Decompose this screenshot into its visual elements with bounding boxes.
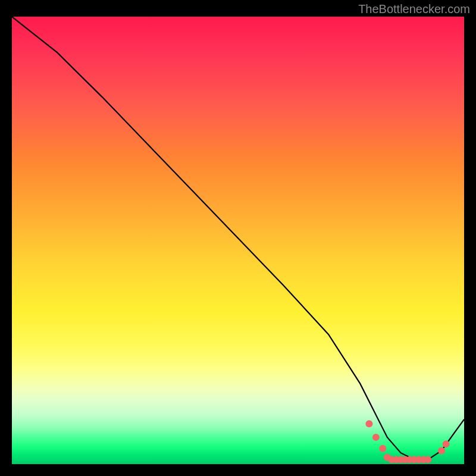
marker-point — [438, 447, 445, 454]
curve-line — [12, 17, 464, 459]
marker-point — [443, 440, 450, 447]
marker-point — [379, 445, 386, 452]
marker-point — [424, 456, 431, 463]
chart-plot-area — [12, 17, 464, 464]
chart-svg — [12, 17, 464, 464]
marker-point — [365, 420, 372, 427]
marker-point — [372, 434, 380, 441]
attribution-text: TheBottlenecker.com — [358, 2, 470, 16]
